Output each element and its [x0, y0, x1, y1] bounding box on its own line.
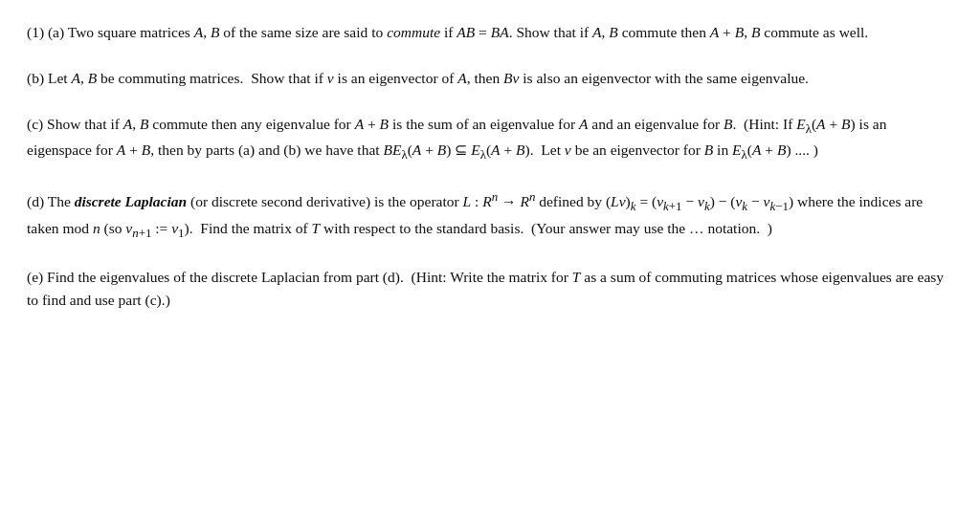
part-label-d: (d)	[27, 193, 48, 209]
part-d: (d) The discrete Laplacian (or discrete …	[27, 187, 949, 242]
part-c: (c) Show that if A, B commute then any e…	[27, 113, 949, 164]
part-c-and2: and	[258, 142, 279, 158]
problem-1: (1) (a) Two square matrices A, B of the …	[27, 21, 949, 312]
part-label-e: (e)	[27, 269, 47, 285]
problem-number: (1)	[27, 24, 48, 40]
part-label-b: (b)	[27, 70, 48, 86]
part-label-a: (a)	[48, 24, 68, 40]
page-container: (1) (a) Two square matrices A, B of the …	[0, 0, 980, 523]
part-e: (e) Find the eigenvalues of the discrete…	[27, 266, 949, 312]
part-b: (b) Let A, B be commuting matrices. Show…	[27, 67, 949, 90]
part-label-c: (c)	[27, 116, 47, 132]
part-c-and: and	[591, 116, 612, 132]
part-e-and: and	[70, 292, 91, 308]
part-a: (1) (a) Two square matrices A, B of the …	[27, 21, 949, 44]
